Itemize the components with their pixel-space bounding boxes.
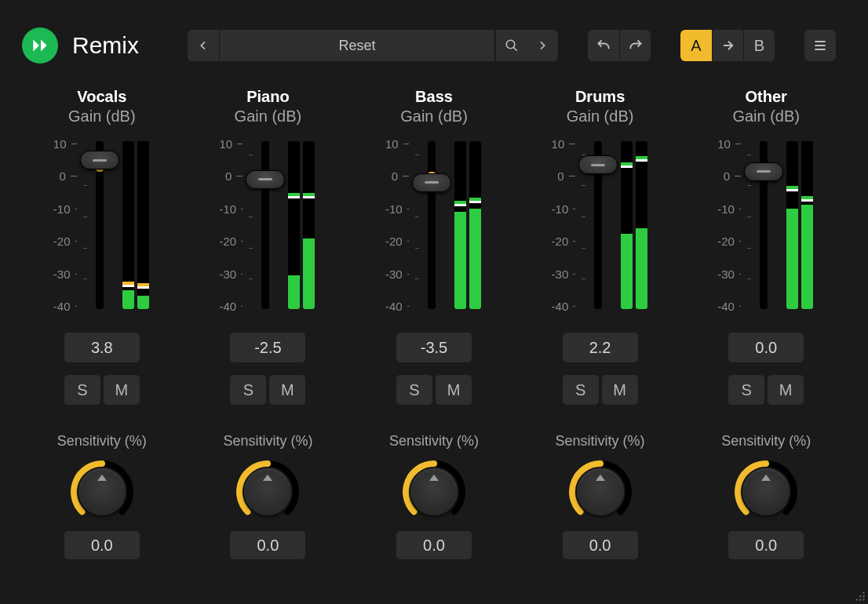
next-preset-button[interactable] bbox=[527, 30, 558, 61]
gain-value-input[interactable]: -2.5 bbox=[230, 333, 305, 362]
gain-thumb[interactable] bbox=[578, 155, 618, 174]
level-meter-right bbox=[636, 141, 647, 309]
gain-scale: 100-10-20-30-40 bbox=[53, 140, 77, 311]
level-meters bbox=[786, 141, 813, 309]
gain-thumb[interactable] bbox=[246, 170, 285, 189]
play-forward-icon bbox=[22, 27, 58, 64]
gain-track[interactable] bbox=[96, 141, 104, 309]
sensitivity-label: Sensitivity (%) bbox=[721, 433, 811, 449]
level-meter-left bbox=[621, 141, 633, 309]
sensitivity-value-input[interactable]: 0.0 bbox=[728, 531, 804, 559]
channel-drums: Drums Gain (dB) 100-10-20-30-40 2.2 S M bbox=[517, 88, 684, 559]
channel-piano: Piano Gain (dB) 100-10-20-30-40 -2.5 S M bbox=[185, 88, 352, 559]
level-meters bbox=[288, 141, 315, 309]
mute-button[interactable]: M bbox=[269, 375, 305, 405]
sensitivity-knob[interactable] bbox=[67, 457, 137, 526]
channel-bass: Bass Gain (dB) 100-10-20-30-40 -3.5 S M bbox=[351, 88, 517, 559]
gain-track[interactable] bbox=[760, 141, 768, 309]
gain-thumb[interactable] bbox=[744, 162, 783, 181]
level-meter-left bbox=[786, 141, 798, 309]
solo-button[interactable]: S bbox=[230, 375, 266, 405]
sensitivity-knob[interactable] bbox=[731, 457, 801, 526]
knob-indicator-icon bbox=[742, 468, 790, 515]
sensitivity-label: Sensitivity (%) bbox=[389, 433, 479, 449]
gain-scale: 100-10-20-30-40 bbox=[552, 140, 575, 311]
channel-name: Other bbox=[746, 88, 787, 106]
sensitivity-value-input[interactable]: 0.0 bbox=[563, 531, 638, 559]
scale-tick-label: -30 bbox=[53, 270, 77, 278]
sensitivity-knob[interactable] bbox=[399, 457, 469, 526]
redo-button[interactable] bbox=[619, 30, 651, 61]
solo-button[interactable]: S bbox=[563, 375, 599, 405]
level-meter-left bbox=[122, 141, 134, 309]
sensitivity-knob[interactable] bbox=[566, 457, 635, 526]
gain-value-input[interactable]: 2.2 bbox=[563, 333, 638, 362]
mute-button[interactable]: M bbox=[768, 375, 804, 405]
scale-tick-label: -20 bbox=[53, 238, 77, 246]
scale-tick-label: -10 bbox=[552, 205, 575, 213]
gain-value-input[interactable]: 0.0 bbox=[728, 333, 804, 362]
svg-rect-4 bbox=[856, 599, 858, 600]
gain-thumb[interactable] bbox=[412, 173, 451, 192]
svg-rect-2 bbox=[859, 595, 861, 597]
scale-tick-label: 10 bbox=[385, 140, 409, 147]
resize-grip[interactable] bbox=[851, 587, 868, 604]
mute-button[interactable]: M bbox=[436, 375, 472, 405]
gain-track[interactable] bbox=[594, 141, 602, 309]
scale-tick-label: -20 bbox=[717, 238, 741, 246]
slot-a-button[interactable]: A bbox=[680, 30, 712, 61]
gain-scale: 100-10-20-30-40 bbox=[219, 140, 243, 311]
level-meter-right bbox=[469, 141, 481, 309]
scale-tick-label: 10 bbox=[53, 140, 77, 147]
svg-rect-3 bbox=[863, 595, 864, 597]
gain-scale: 100-10-20-30-40 bbox=[717, 140, 741, 311]
solo-button[interactable]: S bbox=[396, 375, 432, 405]
menu-button[interactable] bbox=[804, 30, 836, 61]
channel-name: Bass bbox=[415, 88, 453, 106]
sensitivity-value-input[interactable]: 0.0 bbox=[64, 531, 140, 559]
undo-button[interactable] bbox=[588, 30, 619, 61]
solo-button[interactable]: S bbox=[64, 375, 100, 405]
sensitivity-value-input[interactable]: 0.0 bbox=[396, 531, 472, 559]
search-button[interactable] bbox=[495, 30, 527, 61]
level-meter-right bbox=[137, 141, 149, 309]
gain-minor-ticks bbox=[249, 140, 255, 311]
scale-tick-label: -40 bbox=[717, 303, 741, 311]
level-meters bbox=[122, 141, 149, 309]
history-controls bbox=[588, 30, 651, 61]
sensitivity-knob[interactable] bbox=[233, 457, 302, 526]
scale-tick-label: -40 bbox=[219, 303, 243, 311]
mute-button[interactable]: M bbox=[602, 375, 638, 405]
scale-tick-label: -10 bbox=[717, 205, 741, 213]
scale-tick-label: -30 bbox=[717, 270, 741, 278]
knob-indicator-icon bbox=[244, 468, 291, 515]
gain-value-input[interactable]: 3.8 bbox=[64, 333, 140, 362]
gain-thumb[interactable] bbox=[80, 151, 119, 169]
sensitivity-value-input[interactable]: 0.0 bbox=[230, 531, 305, 559]
scale-tick-label: 10 bbox=[219, 140, 243, 147]
gain-fader-area: 100-10-20-30-40 bbox=[221, 140, 315, 311]
scale-tick-label: -10 bbox=[385, 205, 409, 213]
svg-rect-6 bbox=[863, 599, 864, 600]
gain-scale: 100-10-20-30-40 bbox=[385, 140, 409, 311]
gain-value-input[interactable]: -3.5 bbox=[396, 333, 472, 362]
scale-tick-label: 10 bbox=[552, 140, 575, 147]
gain-track[interactable] bbox=[428, 141, 436, 309]
gain-track[interactable] bbox=[261, 141, 269, 309]
scale-tick-label: -40 bbox=[53, 303, 77, 311]
scale-tick-label: 10 bbox=[717, 140, 741, 147]
copy-a-to-b-button[interactable] bbox=[712, 30, 743, 61]
prev-preset-button[interactable] bbox=[188, 30, 219, 61]
mute-button[interactable]: M bbox=[104, 375, 140, 405]
svg-rect-5 bbox=[859, 599, 861, 600]
preset-label: Reset bbox=[339, 38, 376, 54]
preset-selector[interactable]: Reset bbox=[219, 30, 495, 61]
knob-indicator-icon bbox=[577, 468, 624, 515]
scale-tick-label: -20 bbox=[552, 238, 575, 246]
slot-b-button[interactable]: B bbox=[743, 30, 775, 61]
solo-button[interactable]: S bbox=[728, 375, 764, 405]
gain-fader-area: 100-10-20-30-40 bbox=[55, 140, 149, 311]
knob-indicator-icon bbox=[78, 468, 126, 515]
level-meters bbox=[454, 141, 481, 309]
solo-mute-row: S M bbox=[396, 375, 472, 405]
